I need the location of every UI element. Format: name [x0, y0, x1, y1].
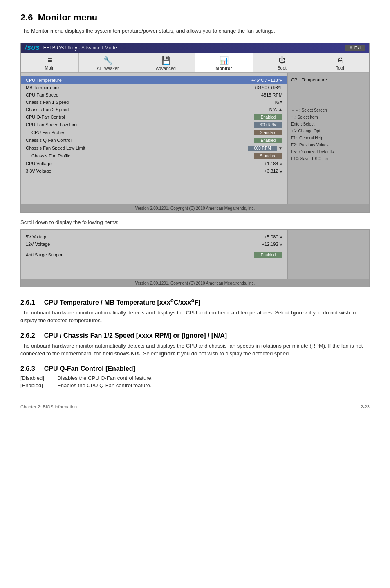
row-chassis-fan-profile[interactable]: Chassis Fan Profile Standard [21, 152, 287, 160]
row-cpu-voltage[interactable]: CPU Voltage +1.184 V [21, 160, 287, 167]
exit-icon: 🖥 [348, 45, 353, 50]
row-mb-temperature[interactable]: MB Temperature +34°C / +93°F [21, 84, 287, 91]
section-title: 2.6 Monitor menu [20, 12, 370, 23]
mb-temp-value: +34°C / +93°F [250, 85, 282, 90]
chassis-fan2-value: N/A [244, 107, 277, 112]
bios-window-main: /SUS EFI BIOS Utility - Advanced Mode 🖥 … [20, 43, 370, 213]
cpu-qfan-label: CPU Q-Fan Control [26, 114, 254, 119]
bios-footer: Version 2.00.1201. Copyright (C) 2010 Am… [21, 204, 369, 212]
chassis-qfan-label: Chassis Q-Fan Control [26, 138, 254, 143]
option-enabled: [Enabled] Enables the CPU Q-Fan control … [20, 382, 370, 388]
cpu-fan-label: CPU Fan Speed [26, 92, 250, 97]
row-chassis-fan-speed-low-limit[interactable]: Chassis Fan Speed Low Limit 600 RPM ▼ [21, 144, 287, 152]
cpu-fan-profile-label: CPU Fan Profile [26, 130, 254, 135]
asus-logo: /SUS [25, 45, 40, 51]
chassis-fan-low-value: 600 RPM [248, 146, 277, 151]
nav-monitor[interactable]: 📊 Monitor [195, 53, 253, 72]
5v-voltage-label: 5V Voltage [26, 234, 250, 239]
nav-advanced[interactable]: 💾 Advanced [137, 53, 195, 72]
12v-voltage-label: 12V Voltage [26, 242, 250, 247]
bios-right2-panel [287, 230, 369, 279]
row-cpu-fan-profile[interactable]: CPU Fan Profile Standard [21, 129, 287, 137]
bios-titlebar: /SUS EFI BIOS Utility - Advanced Mode 🖥 … [21, 43, 369, 53]
cpu-voltage-label: CPU Voltage [26, 161, 250, 166]
nav-tool[interactable]: 🖨 Tool [311, 53, 369, 72]
33v-voltage-label: 3.3V Voltage [26, 168, 250, 173]
cpu-fan-value: 4515 RPM [250, 92, 282, 97]
12v-voltage-value: +12.192 V [250, 242, 282, 247]
cpu-fan-low-label: CPU Fan Speed Low Limit [26, 122, 254, 127]
cpu-temp-label: CPU Temperature [26, 78, 250, 83]
nav-ai-tweaker[interactable]: 🔧 Ai Tweaker [79, 53, 137, 72]
option-enabled-val: Enables the CPU Q-Fan control feature. [57, 382, 152, 388]
row-chassis-qfan-control[interactable]: Chassis Q-Fan Control Enabled [21, 137, 287, 144]
bios-right-panel: CPU Temperature →←: Select Screen ↑↓: Se… [287, 73, 369, 204]
subsection-262-desc: The onboard hardware monitor automatical… [20, 342, 370, 358]
bios-footer2: Version 2.00.1201. Copyright (C) 2010 Am… [21, 279, 369, 287]
row-anti-surge[interactable]: Anti Surge Support Enabled [21, 251, 287, 259]
cpu-fan-low-value: 600 RPM [254, 122, 282, 128]
section-description: The Monitor menu displays the system tem… [20, 27, 370, 35]
chassis-fan1-value: N/A [250, 100, 282, 105]
nav-boot[interactable]: ⏻ Boot [253, 53, 311, 72]
bios-left2-panel: 5V Voltage +5.080 V 12V Voltage +12.192 … [21, 230, 287, 279]
row-chassis-fan1-speed[interactable]: Chassis Fan 1 Speed N/A [21, 99, 287, 106]
advanced-icon: 💾 [139, 56, 193, 65]
row-5v-voltage[interactable]: 5V Voltage +5.080 V [21, 233, 287, 240]
row-33v-voltage[interactable]: 3.3V Voltage +3.312 V [21, 167, 287, 175]
bios-left-panel: CPU Temperature +45°C / +113°F MB Temper… [21, 73, 287, 204]
subsection-262-title: 2.6.2 CPU / Chassis Fan 1/2 Speed [xxxx … [20, 332, 370, 339]
bios-title-text: EFI BIOS Utility - Advanced Mode [43, 45, 117, 51]
chassis-fan-profile-value: Standard [254, 153, 282, 159]
chassis-fan-low-label: Chassis Fan Speed Low Limit [26, 146, 248, 150]
nav-main[interactable]: ≡ Main [21, 53, 79, 72]
cpu-temp-value: +45°C / +113°F [250, 78, 282, 83]
anti-surge-label: Anti Surge Support [26, 252, 254, 257]
tweaker-icon: 🔧 [81, 56, 135, 65]
subsection-261-desc: The onboard hardware monitor automatical… [20, 309, 370, 325]
tool-icon: 🖨 [313, 56, 367, 65]
chassis-fan-profile-label: Chassis Fan Profile [26, 153, 254, 158]
scroll-up-arrow: ▲ [278, 107, 282, 112]
row-12v-voltage[interactable]: 12V Voltage +12.192 V [21, 240, 287, 248]
row-cpu-qfan-control[interactable]: CPU Q-Fan Control Enabled [21, 113, 287, 121]
main-icon: ≡ [22, 56, 77, 65]
subsection-263: 2.6.3 CPU Q-Fan Control [Enabled] [Disab… [20, 365, 370, 388]
option-disabled-key: [Disabled] [20, 375, 57, 381]
boot-icon: ⏻ [255, 56, 309, 65]
option-disabled: [Disabled] Disables the CPU Q-Fan contro… [20, 375, 370, 381]
right-panel-title: CPU Temperature [291, 77, 366, 82]
row-cpu-fan-speed-low-limit[interactable]: CPU Fan Speed Low Limit 600 RPM [21, 121, 287, 129]
footer-right: 2-23 [361, 404, 370, 409]
option-enabled-key: [Enabled] [20, 382, 57, 388]
subsection-261: 2.6.1 CPU Temperature / MB Temperature [… [20, 297, 370, 325]
chassis-fan1-label: Chassis Fan 1 Speed [26, 100, 250, 105]
cpu-qfan-value: Enabled [254, 114, 282, 120]
monitor-icon: 📊 [197, 56, 251, 65]
bios-nav: ≡ Main 🔧 Ai Tweaker 💾 Advanced 📊 Monitor… [21, 53, 369, 73]
row-cpu-fan-speed[interactable]: CPU Fan Speed 4515 RPM [21, 91, 287, 99]
mb-temp-label: MB Temperature [26, 85, 250, 90]
bios-body: CPU Temperature +45°C / +113°F MB Temper… [21, 73, 369, 204]
page-footer: Chapter 2: BIOS information 2-23 [20, 401, 370, 409]
option-disabled-val: Disables the CPU Q-Fan control feature. [57, 375, 152, 381]
scroll-label: Scroll down to display the following ite… [20, 219, 370, 225]
5v-voltage-value: +5.080 V [250, 234, 282, 239]
subsection-263-options: [Disabled] Disables the CPU Q-Fan contro… [20, 375, 370, 388]
footer-left: Chapter 2: BIOS information [20, 404, 77, 409]
bios-body2: 5V Voltage +5.080 V 12V Voltage +12.192 … [21, 230, 369, 279]
chassis-qfan-value: Enabled [254, 138, 282, 143]
subsection-262: 2.6.2 CPU / Chassis Fan 1/2 Speed [xxxx … [20, 332, 370, 358]
right-panel-help: →←: Select Screen ↑↓: Select Item Enter:… [291, 107, 366, 162]
subsection-263-title: 2.6.3 CPU Q-Fan Control [Enabled] [20, 365, 370, 373]
cpu-fan-profile-value: Standard [254, 130, 282, 135]
row-chassis-fan2-speed[interactable]: Chassis Fan 2 Speed N/A ▲ [21, 106, 287, 113]
33v-voltage-value: +3.312 V [250, 168, 282, 173]
row-cpu-temperature[interactable]: CPU Temperature +45°C / +113°F [21, 76, 287, 84]
subsection-261-title: 2.6.1 CPU Temperature / MB Temperature [… [20, 297, 370, 306]
chassis-fan2-label: Chassis Fan 2 Speed [26, 107, 244, 112]
bios-logo: /SUS EFI BIOS Utility - Advanced Mode [25, 45, 117, 51]
cpu-voltage-value: +1.184 V [250, 161, 282, 166]
scroll-down-arrow: ▼ [278, 146, 282, 150]
bios-exit-button[interactable]: 🖥 Exit [345, 45, 365, 51]
